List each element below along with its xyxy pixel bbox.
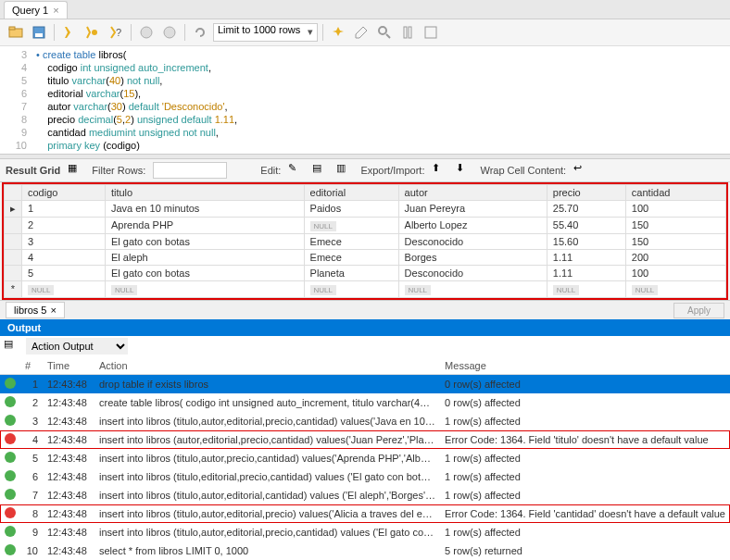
output-row[interactable]: 312:43:48insert into libros (titulo,auto… bbox=[0, 412, 730, 430]
error-icon bbox=[5, 507, 16, 518]
filter-input[interactable] bbox=[153, 162, 227, 179]
svg-point-8 bbox=[379, 27, 386, 34]
close-icon[interactable]: × bbox=[50, 305, 56, 316]
col-autor[interactable]: autor bbox=[398, 184, 547, 200]
svg-rect-3 bbox=[35, 33, 43, 37]
save-button[interactable] bbox=[29, 22, 49, 43]
output-row[interactable]: 512:43:48insert into libros (titulo,auto… bbox=[0, 449, 730, 467]
result-toolbar: Result Grid ▦ Filter Rows: Edit: ✎ ▤ ▥ E… bbox=[0, 159, 730, 182]
svg-text:?: ? bbox=[116, 27, 121, 38]
result-grid-label: Result Grid bbox=[6, 165, 60, 176]
success-icon bbox=[5, 378, 16, 389]
table-row[interactable]: 3El gato con botasEmeceDesconocido15.601… bbox=[5, 233, 726, 249]
open-file-button[interactable] bbox=[6, 22, 26, 43]
edit-label: Edit: bbox=[260, 165, 281, 176]
svg-point-4 bbox=[92, 30, 97, 35]
col-precio[interactable]: precio bbox=[547, 184, 625, 200]
output-header: Output bbox=[0, 319, 730, 336]
line-gutter: 34567891011 bbox=[0, 46, 32, 154]
table-row[interactable]: *NULLNULLNULLNULLNULLNULL bbox=[5, 280, 726, 297]
edit-add-icon[interactable]: ▤ bbox=[312, 162, 329, 179]
output-row[interactable]: 412:43:48insert into libros (autor,edito… bbox=[0, 430, 730, 449]
success-icon bbox=[5, 470, 16, 481]
result-tab[interactable]: libros 5 × bbox=[6, 302, 65, 318]
import-icon[interactable]: ⬇ bbox=[456, 162, 472, 179]
output-row[interactable]: 612:43:48insert into libros (titulo,edit… bbox=[0, 467, 730, 486]
success-icon bbox=[5, 489, 16, 500]
result-grid[interactable]: codigotituloeditorialautorpreciocantidad… bbox=[2, 182, 728, 300]
commit-button[interactable] bbox=[159, 22, 180, 43]
beautify-button[interactable] bbox=[328, 22, 348, 43]
close-icon[interactable]: × bbox=[53, 5, 58, 16]
sql-editor[interactable]: 34567891011 • create table libros( codig… bbox=[0, 46, 730, 154]
svg-rect-12 bbox=[425, 27, 436, 38]
explain-button[interactable]: ? bbox=[106, 22, 126, 43]
export-label: Export/Import: bbox=[360, 165, 424, 176]
wrap-label: Wrap Cell Content: bbox=[480, 165, 566, 176]
editor-toolbar: ? Limit to 1000 rows bbox=[0, 19, 730, 46]
editor-tab-bar: Query 1 × bbox=[0, 0, 730, 19]
edit-del-icon[interactable]: ▥ bbox=[336, 162, 353, 179]
success-icon bbox=[5, 526, 16, 537]
stop-button[interactable] bbox=[136, 22, 157, 43]
query-tab[interactable]: Query 1 × bbox=[4, 1, 68, 19]
output-type-dropdown[interactable]: Action Output bbox=[26, 338, 128, 355]
success-icon bbox=[5, 452, 16, 463]
error-icon bbox=[5, 433, 16, 444]
svg-rect-11 bbox=[409, 27, 411, 38]
search-button[interactable] bbox=[374, 22, 395, 43]
svg-point-6 bbox=[141, 27, 152, 38]
output-table[interactable]: #TimeActionMessage112:43:48drop table if… bbox=[0, 357, 730, 560]
apply-button[interactable]: Apply bbox=[673, 303, 724, 318]
export-icon[interactable]: ⬆ bbox=[432, 162, 448, 179]
output-row[interactable]: 1012:43:48select * from libros LIMIT 0, … bbox=[0, 541, 730, 560]
filter-label: Filter Rows: bbox=[92, 165, 145, 176]
code-area[interactable]: • create table libros( codigo int unsign… bbox=[32, 46, 730, 154]
edit-icon[interactable]: ✎ bbox=[288, 162, 305, 179]
execute-step-button[interactable] bbox=[82, 22, 103, 43]
col-editorial[interactable]: editorial bbox=[304, 184, 398, 200]
output-row[interactable]: 212:43:48create table libros( codigo int… bbox=[0, 393, 730, 412]
grid-icon[interactable]: ▦ bbox=[68, 162, 84, 179]
success-icon bbox=[5, 396, 16, 407]
output-row[interactable]: 712:43:48insert into libros (titulo,auto… bbox=[0, 486, 730, 504]
tab-title: Query 1 bbox=[12, 5, 48, 16]
output-icon[interactable]: ▤ bbox=[4, 338, 20, 355]
table-row[interactable]: ▸1Java en 10 minutosPaidosJuan Pereyra25… bbox=[5, 200, 726, 217]
tool-button[interactable] bbox=[351, 22, 371, 43]
toggle-button-1[interactable] bbox=[397, 22, 418, 43]
refresh-button[interactable] bbox=[190, 22, 210, 43]
svg-rect-1 bbox=[9, 27, 15, 30]
output-toolbar: ▤ Action Output bbox=[0, 336, 730, 357]
table-row[interactable]: 2Aprenda PHPNULLAlberto Lopez55.40150 bbox=[5, 217, 726, 233]
execute-button[interactable] bbox=[59, 22, 80, 43]
wrap-icon[interactable]: ↩ bbox=[573, 162, 590, 179]
svg-point-7 bbox=[164, 27, 175, 38]
table-row[interactable]: 4El alephEmeceBorges1.11200 bbox=[5, 249, 726, 265]
success-icon bbox=[5, 415, 16, 426]
table-row[interactable]: 5El gato con botasPlanetaDesconocido1.11… bbox=[5, 265, 726, 280]
col-codigo[interactable]: codigo bbox=[22, 184, 106, 200]
col-cantidad[interactable]: cantidad bbox=[625, 184, 725, 200]
result-subtabs: libros 5 × Apply bbox=[0, 300, 730, 319]
col-titulo[interactable]: titulo bbox=[105, 184, 304, 200]
svg-line-9 bbox=[386, 34, 390, 38]
success-icon bbox=[5, 544, 16, 555]
output-row[interactable]: 112:43:48drop table if exists libros0 ro… bbox=[0, 375, 730, 394]
limit-dropdown[interactable]: Limit to 1000 rows bbox=[213, 23, 318, 42]
output-row[interactable]: 912:43:48insert into libros (titulo,auto… bbox=[0, 523, 730, 541]
svg-rect-10 bbox=[404, 27, 407, 38]
output-row[interactable]: 812:43:48insert into libros (titulo,auto… bbox=[0, 504, 730, 523]
toggle-button-2[interactable] bbox=[421, 22, 441, 43]
